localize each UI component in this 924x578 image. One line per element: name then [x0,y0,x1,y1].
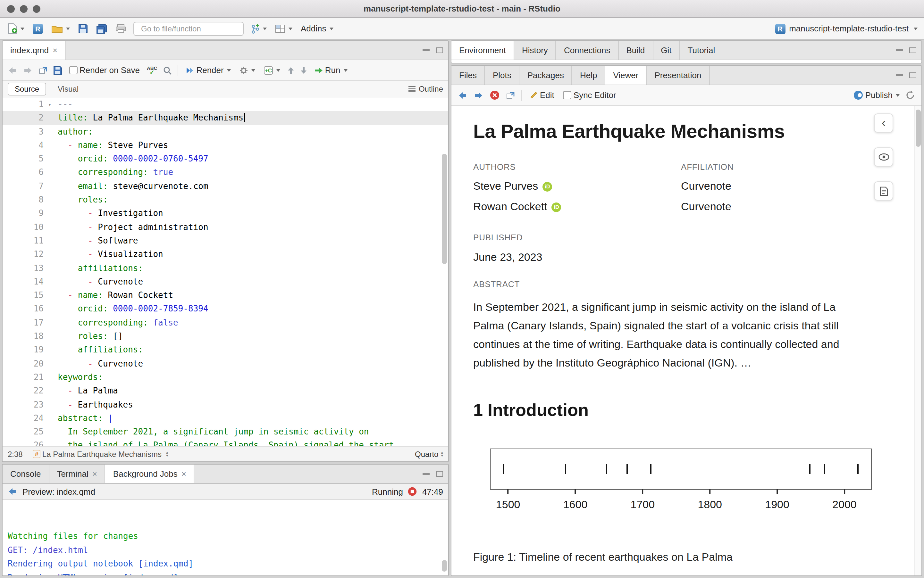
tab-presentation[interactable]: Presentation [647,66,709,84]
tab-index-qmd[interactable]: index.qmd × [3,41,66,60]
popout-icon[interactable] [39,66,47,74]
minimize-pane-icon[interactable] [423,49,429,51]
save-icon[interactable] [53,66,62,75]
insert-chunk-button[interactable]: +C [262,64,281,76]
tab-help[interactable]: Help [572,66,606,84]
code-line[interactable]: 24abstract: | [3,411,448,425]
new-project-button[interactable]: R [31,22,44,35]
tab-close-icon[interactable]: × [92,470,97,478]
tab-connections[interactable]: Connections [556,41,619,60]
run-button[interactable]: Run [313,64,349,76]
render-button[interactable]: Render [184,64,232,76]
viewer-content[interactable]: La Palma Earthquake Mechanisms AUTHORS S… [451,106,921,575]
minimize-pane-icon[interactable] [896,74,903,76]
code-line[interactable]: 6 corresponding: true [3,166,448,179]
code-line[interactable]: 4 - name: Steve Purves [3,138,448,152]
refresh-icon[interactable] [905,90,915,100]
tab-viewer[interactable]: Viewer [605,66,647,84]
tab-files[interactable]: Files [451,66,485,84]
goto-file-input[interactable] [141,24,241,33]
code-line[interactable]: 21keywords: [3,370,448,384]
search-icon[interactable] [163,66,172,75]
viewer-scrollbar[interactable] [915,110,921,147]
pane-layout-button[interactable] [274,23,294,34]
code-line[interactable]: 1▾--- [3,97,448,111]
save-all-button[interactable] [95,22,108,35]
code-line[interactable]: 11 - Software [3,234,448,248]
console-scrollbar[interactable] [442,560,447,572]
spellcheck-icon[interactable]: ABC✓ [147,66,158,75]
run-next-icon[interactable] [300,66,307,74]
notes-button[interactable] [874,181,893,201]
save-button[interactable] [77,23,89,35]
stop-job-icon[interactable] [408,487,417,496]
addins-button[interactable]: Addins [299,23,335,35]
back-icon[interactable] [8,66,17,74]
tab-plots[interactable]: Plots [485,66,520,84]
project-menu-button[interactable]: R manuscript-template-rstudio-test [775,23,917,34]
code-line[interactable]: 20 - Curvenote [3,357,448,370]
tab-background-jobs[interactable]: Background Jobs× [106,464,195,483]
code-line[interactable]: 13 affiliations: [3,261,448,275]
orcid-icon[interactable]: iD [552,202,561,212]
close-button[interactable] [7,5,15,13]
code-line[interactable]: 3author: [3,125,448,138]
tab-visual[interactable]: Visual [51,83,85,94]
collapse-panel-button[interactable]: ‹ [874,114,893,133]
code-line[interactable]: 16 orcid: 0000-0002-7859-8394 [3,302,448,316]
job-log[interactable]: Watching files for changesGET: /index.ht… [3,500,448,575]
orcid-icon[interactable]: iD [542,182,552,191]
code-line[interactable]: 2title: La Palma Earthquake Mechanisms [3,111,448,125]
maximize-pane-icon[interactable] [909,47,916,53]
render-on-save-checkbox[interactable]: Render on Save [68,64,141,76]
new-file-button[interactable] [7,22,26,35]
fold-caret-icon[interactable]: ▾ [48,98,51,112]
code-line[interactable]: 19 affiliations: [3,343,448,357]
code-line[interactable]: 22 - La Palma [3,384,448,398]
code-line[interactable]: 23 - Earthquakes [3,398,448,411]
tab-history[interactable]: History [514,41,556,60]
maximize-pane-icon[interactable] [436,47,443,53]
sync-editor-checkbox[interactable]: Sync Editor [562,89,618,101]
code-line[interactable]: 5 orcid: 0000-0002-0760-5497 [3,152,448,166]
editor-scrollbar[interactable] [442,154,447,264]
code-line[interactable]: 12 - Visualization [3,248,448,261]
forward-icon[interactable] [474,91,483,99]
settings-button[interactable] [238,64,257,76]
reader-view-button[interactable] [874,148,893,167]
code-line[interactable]: 15 - name: Rowan Cockett [3,288,448,302]
code-line[interactable]: 26 the island of La Palma (Canary Island… [3,438,448,446]
tab-environment[interactable]: Environment [451,41,514,60]
version-control-button[interactable] [249,22,268,35]
code-line[interactable]: 7 email: steve@curvenote.com [3,179,448,193]
goto-file-search[interactable] [133,21,244,36]
code-line[interactable]: 10 - Project administration [3,220,448,234]
tab-close-icon[interactable]: × [52,46,57,54]
back-icon[interactable] [8,488,17,495]
open-file-button[interactable] [50,23,71,34]
code-editor[interactable]: 1▾---2title: La Palma Earthquake Mechani… [3,97,448,446]
edit-button[interactable]: Edit [529,89,556,101]
minimize-pane-icon[interactable] [423,473,429,475]
code-line[interactable]: 25 In September 2021, a significant jump… [3,425,448,438]
tab-tutorial[interactable]: Tutorial [680,41,724,60]
tab-build[interactable]: Build [618,41,653,60]
tab-packages[interactable]: Packages [520,66,572,84]
code-line[interactable]: 14 - Curvenote [3,275,448,289]
maximize-pane-icon[interactable] [436,471,443,477]
run-previous-icon[interactable] [287,66,294,74]
clear-viewer-icon[interactable] [490,90,499,100]
popout-icon[interactable] [506,91,515,99]
code-line[interactable]: 18 roles: [] [3,330,448,343]
section-selector[interactable]: # La Palma Earthquake Mechanisms ▴▾ [32,448,169,460]
tab-git[interactable]: Git [653,41,680,60]
maximize-pane-icon[interactable] [909,72,916,78]
tab-source[interactable]: Source [8,82,46,95]
tab-close-icon[interactable]: × [181,470,186,478]
code-line[interactable]: 9 - Investigation [3,207,448,221]
publish-button[interactable]: Publish [852,89,901,101]
code-line[interactable]: 17 corresponding: false [3,316,448,330]
doc-type-selector[interactable]: Quarto ▴▾ [415,450,443,458]
code-line[interactable]: 8 roles: [3,193,448,207]
forward-icon[interactable] [23,66,33,74]
